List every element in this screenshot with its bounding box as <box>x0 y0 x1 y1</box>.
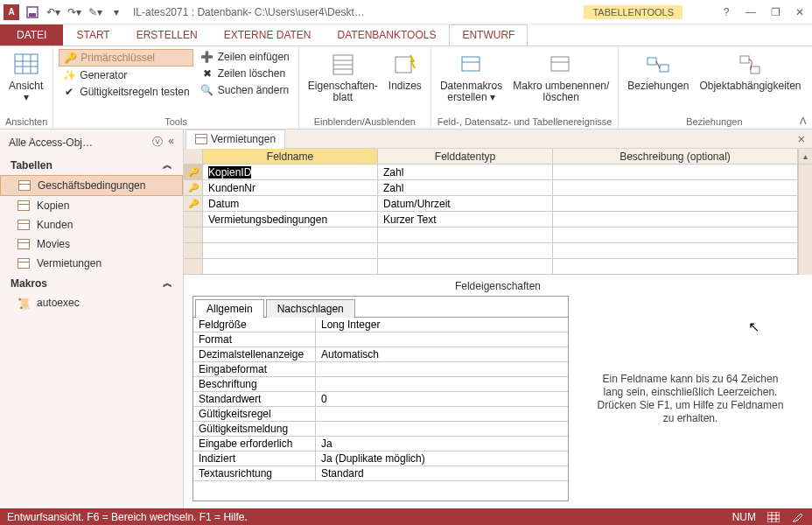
field-name-cell[interactable] <box>203 259 378 275</box>
tab-file[interactable]: DATEI <box>0 24 63 46</box>
row-selector[interactable] <box>184 243 203 259</box>
prop-value[interactable] <box>316 422 568 436</box>
prop-value[interactable] <box>316 407 568 421</box>
nav-collapse-icon[interactable]: « <box>168 135 174 150</box>
prop-tab-lookup[interactable]: Nachschlagen <box>266 299 355 318</box>
tab-erstellen[interactable]: ERSTELLEN <box>123 24 211 46</box>
prop-value[interactable]: 0 <box>316 392 568 406</box>
col-header-beschreibung[interactable]: Beschreibung (optional) <box>553 149 798 164</box>
object-dependencies-button[interactable]: Objektabhängigkeiten <box>696 49 804 115</box>
undo-icon[interactable]: ↶▾ <box>44 3 63 22</box>
prop-row[interactable]: TextausrichtungStandard <box>193 466 568 481</box>
close-doc-icon[interactable]: × <box>798 132 805 146</box>
prop-value[interactable]: Automatisch <box>316 347 568 361</box>
doctab-vermietungen[interactable]: Vermietungen <box>186 130 285 149</box>
field-name-cell[interactable]: KundenNr <box>203 180 378 196</box>
prop-row[interactable]: Gültigkeitsmeldung <box>193 422 568 437</box>
nav-section-tables[interactable]: Tabellen ︽ <box>0 155 183 175</box>
data-macros-button[interactable]: Datenmakros erstellen ▾ <box>437 49 506 115</box>
prop-value[interactable]: Long Integer <box>316 318 568 332</box>
field-name-cell[interactable]: KopienID <box>203 164 378 180</box>
qat-customize-icon[interactable]: ▾ <box>107 3 126 22</box>
chevron-up-icon[interactable]: ︽ <box>163 276 172 290</box>
field-desc-cell[interactable] <box>553 164 798 180</box>
field-type-cell[interactable]: Zahl <box>378 180 553 196</box>
nav-item-autoexec[interactable]: 📜autoexec <box>0 293 183 312</box>
prop-row[interactable]: IndiziertJa (Duplikate möglich) <box>193 452 568 466</box>
field-desc-cell[interactable] <box>553 259 798 275</box>
collapse-ribbon-icon[interactable]: ᐱ <box>800 116 807 127</box>
field-name-cell[interactable] <box>203 228 378 243</box>
field-type-cell[interactable] <box>378 243 553 259</box>
validation-rules-button[interactable]: ✔Gültigkeitsregeln testen <box>59 84 192 100</box>
field-name-cell[interactable] <box>203 243 378 259</box>
tab-start[interactable]: START <box>63 24 122 46</box>
scroll-track[interactable] <box>798 164 812 180</box>
col-header-feldname[interactable]: Feldname <box>203 149 378 164</box>
nav-title[interactable]: Alle Access-Obj… ⓥ « <box>0 130 183 155</box>
field-type-cell[interactable]: Datum/Uhrzeit <box>378 196 553 212</box>
scroll-track[interactable] <box>798 259 812 275</box>
nav-item-movies[interactable]: Movies <box>0 234 183 254</box>
primary-key-button[interactable]: 🔑Primärschlüssel <box>59 49 192 66</box>
prop-row[interactable]: Eingabeformat <box>193 362 568 377</box>
nav-dropdown-icon[interactable]: ⓥ <box>152 135 163 150</box>
generator-button[interactable]: ✨Generator <box>59 67 192 83</box>
field-desc-cell[interactable] <box>553 243 798 259</box>
row-selector[interactable]: 🔑 <box>184 180 203 196</box>
field-name-cell[interactable]: Datum <box>203 196 378 212</box>
prop-value[interactable] <box>316 377 568 391</box>
tab-datenbanktools[interactable]: DATENBANKTOOLS <box>325 24 450 46</box>
scroll-track[interactable] <box>798 212 812 228</box>
dropper-icon[interactable]: ✎▾ <box>86 3 105 22</box>
row-selector[interactable]: 🔑 <box>184 196 203 212</box>
chevron-up-icon[interactable]: ︽ <box>163 158 172 172</box>
restore-icon[interactable]: ❐ <box>766 4 784 21</box>
prop-value[interactable]: Ja <box>316 437 568 451</box>
modify-lookup-button[interactable]: 🔍Suchen ändern <box>197 82 293 98</box>
minimize-icon[interactable]: — <box>742 4 760 21</box>
field-desc-cell[interactable] <box>553 180 798 196</box>
redo-icon[interactable]: ↷▾ <box>65 3 84 22</box>
scroll-up-icon[interactable]: ▴ <box>798 149 812 164</box>
field-desc-cell[interactable] <box>553 212 798 228</box>
scroll-track[interactable] <box>798 180 812 196</box>
design-view-icon[interactable] <box>791 511 805 523</box>
rename-macro-button[interactable]: Makro umbenennen/ löschen <box>509 49 612 115</box>
prop-row[interactable]: Format <box>193 332 568 347</box>
nav-item-kunden[interactable]: Kunden <box>0 215 183 234</box>
save-icon[interactable] <box>23 3 42 22</box>
field-name-cell[interactable]: Vermietungsbedingungen <box>203 212 378 228</box>
property-sheet-button[interactable]: Eigenschaften- blatt <box>304 49 382 115</box>
prop-row[interactable]: Standardwert0 <box>193 392 568 407</box>
close-icon[interactable]: ✕ <box>791 4 808 21</box>
prop-value[interactable] <box>316 362 568 376</box>
prop-value[interactable]: Standard <box>316 466 568 480</box>
field-type-cell[interactable]: Zahl <box>378 164 553 180</box>
prop-value[interactable]: Ja (Duplikate möglich) <box>316 452 568 466</box>
col-header-datentyp[interactable]: Felddatentyp <box>378 149 553 164</box>
row-selector[interactable] <box>184 259 203 275</box>
prop-row[interactable]: Eingabe erforderlichJa <box>193 437 568 452</box>
insert-rows-button[interactable]: ➕Zeilen einfügen <box>197 49 293 65</box>
delete-rows-button[interactable]: ✖Zeilen löschen <box>197 66 293 81</box>
row-selector[interactable] <box>184 228 203 243</box>
prop-row[interactable]: Gültigkeitsregel <box>193 407 568 422</box>
field-desc-cell[interactable] <box>553 196 798 212</box>
nav-section-makros[interactable]: Makros ︽ <box>0 273 183 293</box>
prop-value[interactable] <box>316 332 568 346</box>
field-type-cell[interactable]: Kurzer Text <box>378 212 553 228</box>
field-desc-cell[interactable] <box>553 228 798 243</box>
prop-row[interactable]: Beschriftung <box>193 377 568 392</box>
scroll-track[interactable] <box>798 243 812 259</box>
row-selector[interactable] <box>184 212 203 228</box>
datasheet-view-icon[interactable] <box>766 511 780 523</box>
nav-item-geschaeftsbedingungen[interactable]: Geschäftsbedingungen <box>0 175 183 196</box>
scroll-track[interactable] <box>798 228 812 243</box>
ansicht-button[interactable]: Ansicht▾ <box>5 49 46 115</box>
indexes-button[interactable]: Indizes <box>385 49 425 115</box>
help-icon[interactable]: ? <box>718 4 735 21</box>
tab-entwurf[interactable]: ENTWURF <box>449 24 528 46</box>
prop-row[interactable]: DezimalstellenanzeigeAutomatisch <box>193 347 568 362</box>
field-type-cell[interactable] <box>378 228 553 243</box>
